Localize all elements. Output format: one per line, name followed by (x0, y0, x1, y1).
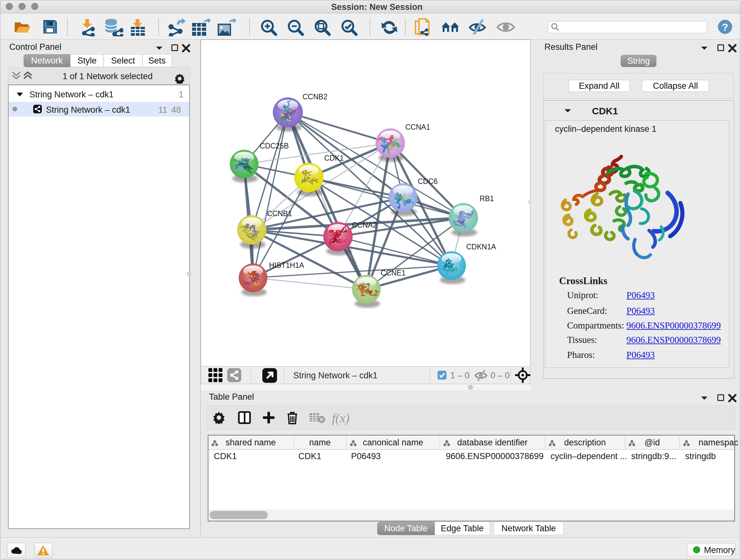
svg-text:RB1: RB1 (480, 194, 494, 203)
svg-text:CDC25B: CDC25B (260, 142, 289, 150)
svg-text:CCNE1: CCNE1 (381, 269, 406, 277)
svg-text:CDK1: CDK1 (324, 154, 344, 162)
svg-text:CDKN1A: CDKN1A (466, 243, 496, 251)
svg-text:CCNB2: CCNB2 (302, 92, 327, 101)
svg-text:CCNA2: CCNA2 (352, 221, 377, 229)
svg-text:CCNA1: CCNA1 (405, 123, 430, 131)
svg-text:CCNB1: CCNB1 (267, 209, 292, 218)
svg-text:CDC6: CDC6 (418, 177, 438, 186)
svg-text:HIST1H1A: HIST1H1A (269, 261, 305, 269)
